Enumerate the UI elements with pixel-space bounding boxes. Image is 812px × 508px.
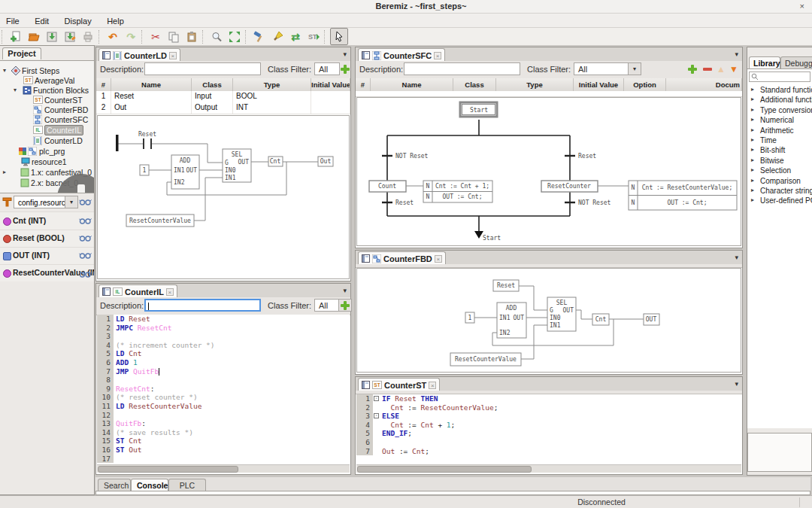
debug-glasses-icon[interactable] xyxy=(79,234,92,242)
collapse-icon[interactable]: ▾ xyxy=(14,87,17,93)
expand-icon[interactable]: ▸ xyxy=(3,169,6,175)
tab-menu-icon[interactable]: ▾ xyxy=(735,50,738,58)
library-item[interactable]: ▸Comparison xyxy=(747,177,812,187)
library-item[interactable]: ▸Arithmetic xyxy=(747,126,812,136)
undo-button[interactable]: ↶ xyxy=(105,29,121,44)
transfer-button[interactable]: ⇄ xyxy=(287,29,304,44)
expand-icon[interactable]: ▸ xyxy=(751,166,754,173)
code-line[interactable]: 7JMP QuitFb xyxy=(97,367,350,376)
library-item[interactable]: ▸User-defined POU xyxy=(747,196,812,206)
counterfbd-tab[interactable]: CounterFBD × xyxy=(358,251,446,265)
library-item[interactable]: ▸Time xyxy=(747,136,812,146)
redo-button[interactable]: ↷ xyxy=(123,29,139,44)
build-button[interactable] xyxy=(251,29,268,44)
copy-button[interactable] xyxy=(165,29,182,44)
debug-variable-row[interactable]: ResetCounterValue (INT) xyxy=(0,264,94,281)
code-line[interactable]: 5END_IF; xyxy=(356,429,741,438)
close-tab-icon[interactable]: × xyxy=(429,382,436,389)
tree-item-counterfbd[interactable]: CounterFBD xyxy=(0,105,94,115)
expand-icon[interactable]: ▸ xyxy=(751,196,754,203)
expand-icon[interactable]: ▸ xyxy=(751,126,754,133)
il-code-editor[interactable]: 1LD Reset2JMPC ResetCnt34(* increment co… xyxy=(97,315,350,464)
code-line[interactable]: 13QuitFb: xyxy=(97,419,350,428)
debug-variable-row[interactable]: OUT (INT) xyxy=(0,247,94,265)
expand-icon[interactable]: ▸ xyxy=(751,187,754,193)
class-filter-combo[interactable]: All ▾ xyxy=(574,62,641,75)
fold-toggle-icon[interactable]: - xyxy=(374,396,379,401)
tree-item-averageval[interactable]: ST AverageVal xyxy=(0,76,94,86)
code-line[interactable]: 14(* save results *) xyxy=(97,428,350,437)
code-line[interactable]: 1-IF Reset THEN xyxy=(356,394,741,403)
debug-glasses-icon[interactable] xyxy=(79,270,92,278)
expand-icon[interactable]: ▸ xyxy=(751,116,754,123)
remove-variable-button[interactable] xyxy=(702,64,713,75)
expand-icon[interactable]: ▸ xyxy=(751,106,754,113)
menu-display[interactable]: Display xyxy=(59,15,98,26)
generate-program-button[interactable]: ST xyxy=(305,29,322,44)
description-input[interactable] xyxy=(144,62,261,75)
code-line[interactable]: 3-ELSE xyxy=(356,412,741,421)
library-item[interactable]: ▸Type conversion xyxy=(747,106,812,116)
code-line[interactable]: 10(* reset counter *) xyxy=(97,393,350,402)
add-variable-button[interactable] xyxy=(340,64,350,75)
save-as-button[interactable] xyxy=(62,29,78,44)
tree-item-counterld[interactable]: CounterLD xyxy=(0,136,94,146)
tab-plc-log[interactable]: PLC Log xyxy=(168,479,206,491)
add-variable-button[interactable] xyxy=(687,64,698,75)
description-input[interactable] xyxy=(404,62,520,75)
print-button[interactable] xyxy=(80,29,96,44)
code-line[interactable]: 4 Cnt := Cnt + 1; xyxy=(356,421,741,430)
code-line[interactable]: 4(* increment counter *) xyxy=(97,341,350,350)
tab-menu-icon[interactable]: ▾ xyxy=(343,287,347,294)
counterst-tab[interactable]: ST CounterST × xyxy=(358,378,440,391)
ld-diagram-canvas[interactable]: Reset 1 ADD IN1 IN2 OUT SEL G IN0 IN1 OU… xyxy=(97,115,350,279)
code-line[interactable]: 5LD Cnt xyxy=(97,349,350,358)
library-item[interactable]: ▸Standard function xyxy=(747,86,812,96)
select-cursor-button[interactable] xyxy=(330,28,348,45)
library-item[interactable]: ▸Character string xyxy=(747,187,812,196)
move-down-button[interactable]: ▼ xyxy=(729,64,739,75)
code-line[interactable]: 9ResetCnt: xyxy=(97,385,350,394)
debug-glasses-icon[interactable] xyxy=(79,198,92,205)
debug-glasses-icon[interactable] xyxy=(79,251,92,259)
tree-item-plc-prg[interactable]: plc_prg xyxy=(0,147,94,157)
cut-button[interactable]: ✂ xyxy=(147,29,164,44)
clean-button[interactable] xyxy=(269,29,286,44)
tree-item-counterst[interactable]: ST CounterST xyxy=(0,96,94,105)
tab-console[interactable]: Console xyxy=(131,479,168,491)
tab-menu-icon[interactable]: ▾ xyxy=(343,50,347,58)
tree-item-counteril[interactable]: IL CounterIL xyxy=(0,126,94,135)
st-horizontal-scrollbar[interactable] xyxy=(356,464,741,473)
new-file-button[interactable] xyxy=(8,29,24,44)
tab-menu-icon[interactable]: ▾ xyxy=(735,254,738,261)
debug-variable-row[interactable]: Reset (BOOL) xyxy=(0,230,94,248)
code-line[interactable]: 2 Cnt := ResetCounterValue; xyxy=(356,403,741,412)
library-item[interactable]: ▸Bitwise xyxy=(747,157,812,166)
debug-glasses-icon[interactable] xyxy=(79,217,92,224)
menu-help[interactable]: Help xyxy=(101,15,130,26)
tree-item-countersfc[interactable]: CounterSFC xyxy=(0,115,94,125)
instance-selector-combo[interactable]: config.resource ▾ xyxy=(14,196,78,208)
counterld-tab[interactable]: CounterLD × xyxy=(98,48,180,62)
tab-debugger[interactable]: Debugger xyxy=(780,56,812,68)
collapse-icon[interactable]: ▾ xyxy=(3,67,6,74)
paste-button[interactable] xyxy=(183,29,200,44)
open-project-button[interactable] xyxy=(26,29,42,44)
description-input[interactable] xyxy=(144,299,261,312)
expand-icon[interactable]: ▸ xyxy=(751,96,754,102)
add-variable-button[interactable] xyxy=(340,300,350,311)
tab-menu-icon[interactable]: ▾ xyxy=(735,380,738,388)
close-tab-icon[interactable]: × xyxy=(166,288,174,296)
tab-search[interactable]: Search xyxy=(98,479,131,491)
search-button[interactable] xyxy=(208,29,225,44)
menu-edit[interactable]: Edit xyxy=(29,15,55,26)
expand-icon[interactable]: ▸ xyxy=(751,157,754,163)
class-filter-combo[interactable]: All xyxy=(314,62,340,75)
close-tab-icon[interactable]: × xyxy=(434,52,441,59)
code-line[interactable]: 8 xyxy=(97,376,350,385)
fit-page-button[interactable] xyxy=(226,29,243,44)
expand-icon[interactable]: ▸ xyxy=(751,136,754,143)
code-line[interactable]: 17 xyxy=(97,455,350,464)
il-horizontal-scrollbar[interactable] xyxy=(97,464,350,473)
code-line[interactable]: 15ST Cnt xyxy=(97,437,350,446)
